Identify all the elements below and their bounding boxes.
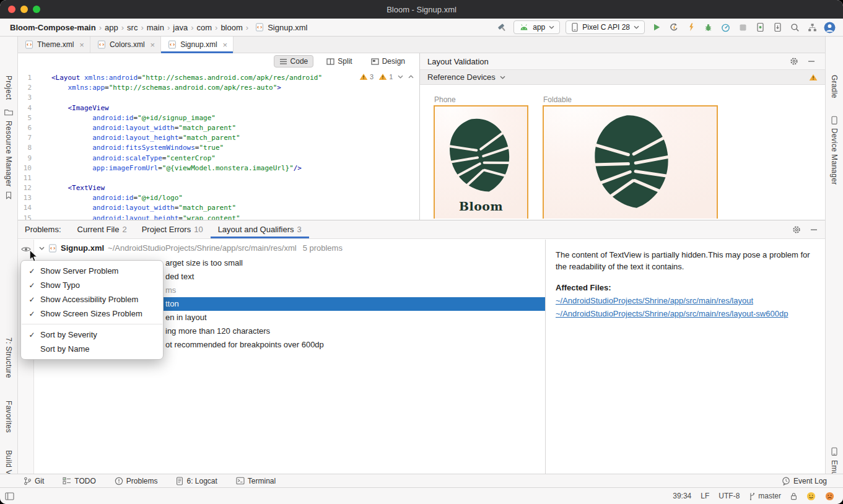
zoom-window-button[interactable]	[33, 6, 40, 13]
affected-file-link[interactable]: ~/AndroidStudioProjects/Shrine/app/src/m…	[556, 309, 815, 318]
happy-feedback-icon[interactable]	[806, 492, 816, 501]
code-line[interactable]: 11	[18, 173, 419, 183]
device-file-explorer-button[interactable]	[772, 22, 784, 33]
next-problem-icon[interactable]	[398, 75, 403, 79]
editor-tab[interactable]: Colors.xml×	[90, 37, 161, 53]
bookmark-icon[interactable]	[6, 191, 12, 199]
xml-file-icon	[48, 244, 57, 253]
breadcrumb-item[interactable]: main	[147, 23, 164, 32]
user-avatar[interactable]	[824, 22, 836, 33]
code-line[interactable]: 12 <TextView	[18, 183, 419, 193]
toolwindow-logcat[interactable]: 6: Logcat	[176, 477, 217, 485]
code-line[interactable]: 9 android:scaleType="centerCrop"	[18, 154, 419, 163]
folder-icon[interactable]	[4, 108, 14, 116]
sidebar-item-structure[interactable]: 7: Structure	[0, 337, 17, 378]
code-line[interactable]: 6 android:layout_width="match_parent"	[18, 123, 419, 133]
gear-icon[interactable]	[790, 57, 798, 66]
run-configuration-select[interactable]: app	[513, 20, 560, 34]
mode-button-design[interactable]: Design	[365, 55, 411, 67]
mode-button-split[interactable]: Split	[321, 55, 357, 67]
git-branch-widget[interactable]: master	[749, 492, 781, 500]
project-structure-button[interactable]	[806, 22, 818, 33]
prev-problem-icon[interactable]	[408, 75, 414, 79]
menu-item[interactable]: ✓Show Screen Sizes Problem	[21, 306, 163, 321]
code-editor[interactable]: 1<Layout xmlns:android="http://schemas.a…	[18, 69, 419, 220]
warning-count[interactable]: 3	[359, 73, 373, 80]
sidebar-item-gradle[interactable]: Gradle	[826, 75, 843, 98]
apply-changes-button[interactable]	[668, 22, 679, 33]
build-hammer-icon[interactable]	[496, 22, 508, 33]
menu-item[interactable]: Sort by Name	[21, 342, 163, 356]
toolwindow-problems[interactable]: Problems	[115, 477, 158, 485]
close-tab-icon[interactable]: ×	[223, 40, 228, 50]
breadcrumb-item[interactable]: java	[173, 23, 188, 32]
sidebar-item-project[interactable]: Project	[0, 76, 17, 100]
problems-tab[interactable]: Project Errors10	[134, 220, 211, 238]
editor-panel-divider[interactable]	[419, 53, 420, 220]
emulator-icon[interactable]	[831, 447, 838, 456]
code-line[interactable]: 15 android:layout_height="wrap_content"	[18, 214, 419, 220]
debug-button[interactable]	[702, 22, 714, 33]
menu-item[interactable]: ✓Show Server Problem	[21, 264, 163, 278]
toolwindow-todo[interactable]: TODO	[63, 477, 95, 485]
breadcrumb-item[interactable]: com	[196, 23, 212, 32]
breadcrumb-item[interactable]: src	[127, 23, 138, 32]
menu-item[interactable]: ✓Sort by Severity	[21, 328, 163, 342]
sidebar-item-device-manager[interactable]: Device Manager	[826, 128, 843, 185]
sad-feedback-icon[interactable]	[825, 492, 834, 501]
code-line[interactable]: 10 app:imageFromUrl="@{viewModel.monster…	[18, 163, 419, 173]
breadcrumb-item[interactable]: bloom	[221, 23, 242, 32]
code-line[interactable]: 7 android:layout_height="match_parent"	[18, 133, 419, 143]
code-line[interactable]: 13 android:id="@+id/logo"	[18, 193, 419, 203]
close-window-button[interactable]	[8, 6, 15, 13]
close-tab-icon[interactable]: ×	[151, 40, 155, 50]
gear-icon[interactable]	[792, 225, 801, 234]
stop-button[interactable]	[737, 22, 749, 33]
menu-item[interactable]: ✓Show Typo	[21, 278, 163, 292]
problems-file-group[interactable]: Signup.xml ~/AndroidStudioProjects/Shrin…	[34, 240, 545, 256]
file-encoding[interactable]: UTF-8	[719, 492, 740, 500]
device-preview-foldable[interactable]	[543, 105, 718, 219]
code-line[interactable]: 8 android:fitsSystemWindows="true"	[18, 143, 419, 153]
code-line[interactable]: 5 android:id="@+id/signup_image"	[18, 113, 419, 123]
affected-file-link[interactable]: ~/AndroidStudioProjects/Shrine/app/src/m…	[556, 296, 815, 305]
device-manager-icon[interactable]	[831, 116, 838, 125]
sidebar-item-resource-manager[interactable]: Resource Manager	[0, 121, 17, 187]
code-line[interactable]: 14 android:layout_width="match_parent"	[18, 203, 419, 213]
code-line[interactable]: 2 xmlns:app="http://schemas.android.com/…	[18, 83, 419, 93]
line-separator[interactable]: LF	[701, 492, 709, 500]
minimize-window-button[interactable]	[20, 6, 28, 13]
sidebar-item-favorites[interactable]: Favorites	[0, 401, 17, 433]
profile-button[interactable]	[720, 22, 732, 33]
lock-icon[interactable]	[790, 492, 797, 500]
toolwindow-git[interactable]: Git	[24, 477, 44, 485]
close-tab-icon[interactable]: ×	[79, 40, 84, 50]
menu-item[interactable]: ✓Show Accessibility Problem	[21, 292, 163, 306]
cursor-position[interactable]: 39:34	[673, 492, 691, 500]
problems-tab[interactable]: Layout and Qualifiers3	[211, 220, 309, 238]
editor-tab[interactable]: Signup.xml×	[161, 37, 234, 53]
chevron-down-icon[interactable]	[39, 246, 45, 250]
run-button[interactable]	[650, 22, 662, 33]
mode-button-code[interactable]: Code	[274, 55, 314, 67]
search-everywhere-button[interactable]	[789, 22, 801, 33]
problems-tab[interactable]: Current File2	[70, 220, 134, 238]
device-select[interactable]: Pixel C API 28	[566, 20, 645, 34]
breadcrumb-item[interactable]: Bloom-Compose-main	[10, 23, 96, 32]
inspection-widget[interactable]: 3 1	[357, 72, 416, 81]
hide-panel-icon[interactable]	[810, 226, 818, 233]
code-line[interactable]: 3	[18, 93, 419, 103]
reference-devices-header[interactable]: Reference Devices	[420, 69, 825, 85]
device-preview-phone[interactable]: Bloom	[434, 105, 528, 219]
toolwindow-terminal[interactable]: Terminal	[236, 477, 276, 485]
toolwindow-switcher-icon[interactable]	[5, 492, 14, 500]
code-line[interactable]: 4 <ImageView	[18, 103, 419, 113]
apply-code-changes-button[interactable]	[685, 22, 697, 33]
weak-warning-count[interactable]: 1	[378, 73, 393, 80]
event-log-button[interactable]: Event Log	[782, 477, 827, 485]
attach-debugger-button[interactable]	[754, 22, 766, 33]
breadcrumb-item[interactable]: Signup.xml	[268, 23, 307, 32]
hide-panel-icon[interactable]	[808, 58, 815, 65]
editor-tab[interactable]: Theme.xml×	[18, 37, 90, 53]
breadcrumb-item[interactable]: app	[105, 23, 118, 32]
